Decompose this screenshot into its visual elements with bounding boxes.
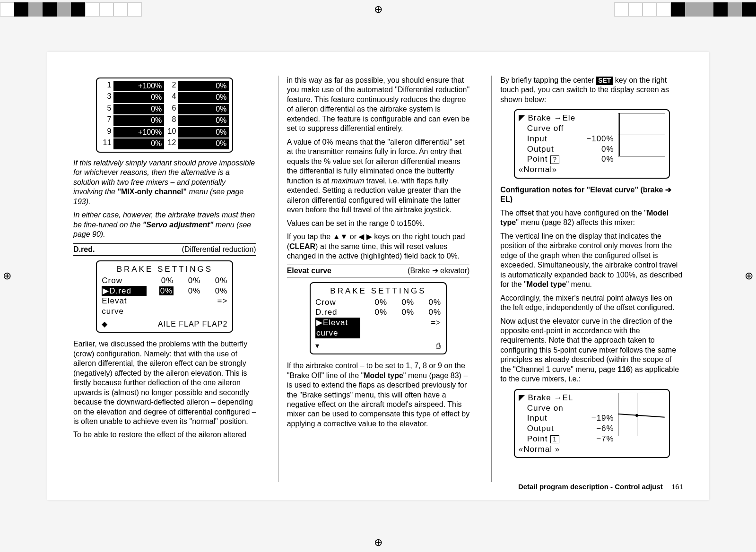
- lcd-phase: «Normal»: [519, 164, 614, 175]
- lcd-title: BRAKE SETTINGS: [102, 264, 227, 275]
- reg-glyph-right: ⊕: [745, 270, 753, 282]
- lcd-row: ▶D.red0%0%0%: [102, 286, 227, 296]
- reg-squares-right: [614, 2, 756, 17]
- heading-config-notes: Configuration notes for "Elevat curve" (…: [500, 185, 683, 205]
- lcd-row: Crow0%0%0%: [315, 297, 441, 308]
- servo-ch-value: 0%: [113, 138, 164, 149]
- note-mix-only: If this relatively simply variant should…: [73, 158, 256, 207]
- lcd-output-value: −6%: [596, 423, 614, 434]
- lcd-row: ▶Elevat curve=>: [315, 318, 441, 338]
- footer-label: Detail program description - Control adj…: [518, 483, 663, 491]
- servo-ch-value: +100%: [113, 127, 164, 138]
- print-registration-bottom: ⊕: [0, 533, 756, 552]
- servo-ch-num: 12: [165, 138, 178, 149]
- para-offset-affects: The offset that you have configured on t…: [500, 208, 683, 228]
- servo-row: 50%60%: [100, 104, 229, 115]
- servo-row: 110%120%: [100, 138, 229, 149]
- servo-row: 30%40%: [100, 92, 229, 103]
- lcd-footer: ◆ AILE FLAP FLAP2: [102, 319, 227, 329]
- lcd-title: BRAKE SETTINGS: [315, 286, 441, 296]
- lcd-line-curve: Curve on: [519, 403, 614, 414]
- para-butterfly-problem: Earlier, we discussed the problems with …: [73, 339, 256, 426]
- servo-ch-value: 0%: [178, 127, 229, 138]
- lcd-input-value: −19%: [591, 413, 614, 423]
- para-value-range: Values can be set in the range 0 to150%.: [287, 219, 470, 228]
- reg-glyph-left: ⊕: [3, 270, 11, 282]
- reg-squares-left: [0, 2, 142, 17]
- servo-ch-num: 2: [165, 80, 178, 92]
- lcd-input-label: Input: [527, 413, 547, 423]
- servo-ch-num: 10: [165, 127, 178, 138]
- lcd-point-label: Point: [527, 155, 548, 164]
- para-adjust-elevator: Now adjust the elevator curve in the dir…: [500, 317, 683, 384]
- lcd-line-title: ◤ Brake →EL: [519, 393, 614, 403]
- servo-ch-num: 6: [165, 104, 178, 115]
- lcd-graph-off: [618, 113, 665, 156]
- lcd-input-value: −100%: [586, 134, 614, 144]
- subhead-dred: D.red. (Differential reduction): [73, 243, 256, 256]
- para-brake-off-model-type: If the airbrake control – to be set to 1…: [287, 361, 470, 429]
- set-key-icon: SET: [596, 77, 613, 85]
- column-2: in this way as far as possible, you shou…: [278, 76, 470, 482]
- servo-ch-value: 0%: [178, 81, 229, 91]
- servo-ch-value: 0%: [178, 138, 229, 149]
- para-clear-reset: If you tap the ▲▼ or ◀ ▶ keys on the rig…: [287, 232, 470, 261]
- note-servo-adjust: In either case, however, the airbrake tr…: [73, 210, 256, 239]
- servo-ch-value: 0%: [113, 92, 164, 103]
- para-diff-reduction-feature: in this way as far as possible, you shou…: [287, 76, 470, 134]
- servo-ch-num: 4: [165, 92, 178, 103]
- subhead-elevat-curve: Elevat curve (Brake ➔ elevator): [287, 265, 470, 277]
- lcd-point-box: ?: [550, 155, 559, 164]
- servo-ch-value: 0%: [178, 92, 229, 103]
- page-number: 161: [671, 483, 683, 491]
- para-zero-percent: A value of 0% means that the "aileron di…: [287, 138, 470, 215]
- servo-ch-num: 1: [100, 80, 113, 92]
- lcd-output-label: Output: [527, 423, 554, 434]
- lcd-row: Crow0%0%0%: [102, 276, 227, 286]
- reg-glyph-bottom: ⊕: [374, 536, 382, 549]
- document-page: 1+100%20%30%40%50%60%70%80%9+100%100%110…: [47, 52, 709, 500]
- lcd-footer: ▾ ⎙: [315, 341, 441, 351]
- servo-ch-value: 0%: [178, 104, 229, 114]
- lcd-point-value: −7%: [596, 434, 614, 444]
- print-registration-top: ⊕: [0, 0, 756, 19]
- para-restore-aileron: To be able to restore the effect of the …: [73, 430, 256, 440]
- lcd-graph-on: [618, 393, 665, 436]
- servo-ch-num: 9: [100, 127, 113, 138]
- column-1: 1+100%20%30%40%50%60%70%80%9+100%100%110…: [73, 76, 256, 482]
- lcd-output-label: Output: [527, 144, 554, 155]
- lcd-phase: «Normal »: [519, 444, 614, 455]
- lcd-brake-ele-off: ◤ Brake →Ele Curve off Input−100% Output…: [514, 109, 670, 179]
- page-footer: Detail program description - Control adj…: [518, 483, 683, 491]
- servo-ch-num: 7: [100, 115, 113, 126]
- servo-ch-num: 8: [165, 115, 178, 126]
- lcd-point-box: 1: [550, 435, 559, 443]
- servo-ch-num: 11: [100, 138, 113, 149]
- servo-ch-num: 5: [100, 104, 113, 115]
- column-3: By briefly tapping the center SET key on…: [491, 76, 683, 482]
- lcd-point-label: Point: [527, 434, 548, 443]
- para-neutral-point: Accordingly, the mixer's neutral point a…: [500, 293, 683, 313]
- para-tap-set: By briefly tapping the center SET key on…: [500, 76, 683, 104]
- lcd-brake-el-on: ◤ Brake →EL Curve on Input−19% Output−6%…: [514, 389, 670, 458]
- lcd-line-title: ◤ Brake →Ele: [519, 113, 614, 123]
- lcd-line-curve: Curve off: [519, 123, 614, 134]
- lcd-output-value: 0%: [601, 144, 614, 155]
- lcd-brake-settings-elevat: BRAKE SETTINGS Crow0%0%0%D.red0%0%0%▶Ele…: [310, 282, 447, 354]
- para-vertical-line: The vertical line on the display that in…: [500, 232, 683, 290]
- lcd-row: D.red0%0%0%: [315, 307, 441, 318]
- reg-glyph-top: ⊕: [374, 3, 382, 16]
- servo-row: 70%80%: [100, 115, 229, 126]
- servo-row: 1+100%20%: [100, 80, 229, 92]
- servo-ch-value: 0%: [113, 104, 164, 114]
- lcd-row: Elevat curve=>: [102, 296, 227, 317]
- servo-ch-num: 3: [100, 92, 113, 103]
- servo-row: 9+100%100%: [100, 127, 229, 138]
- servo-value-table: 1+100%20%30%40%50%60%70%80%9+100%100%110…: [96, 78, 233, 153]
- lcd-brake-settings-dred: BRAKE SETTINGS Crow0%0%0%▶D.red0%0%0%Ele…: [96, 260, 233, 333]
- servo-ch-value: 0%: [178, 115, 229, 126]
- lcd-input-label: Input: [527, 134, 547, 144]
- servo-ch-value: 0%: [113, 115, 164, 126]
- lcd-point-value: 0%: [601, 154, 614, 164]
- servo-ch-value: +100%: [113, 81, 164, 91]
